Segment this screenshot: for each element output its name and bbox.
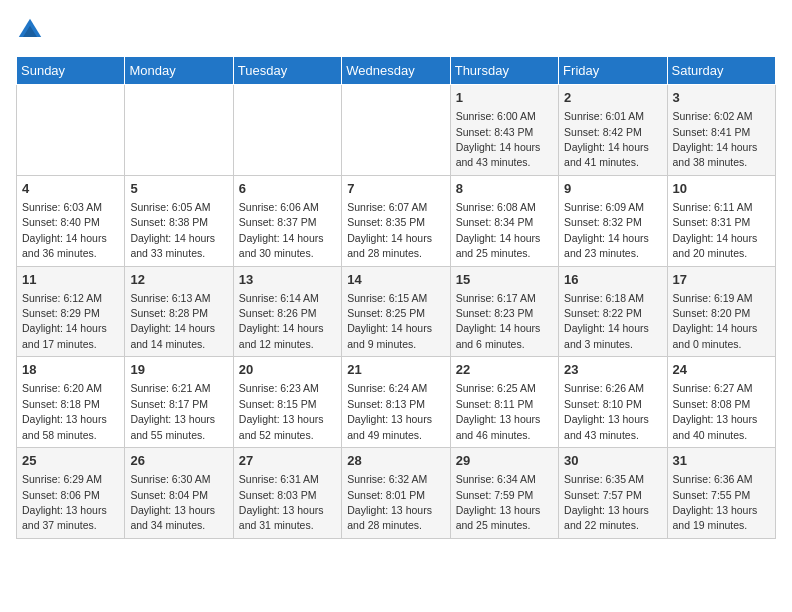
day-info: Sunrise: 6:24 AM Sunset: 8:13 PM Dayligh…: [347, 382, 432, 440]
calendar-cell: 1Sunrise: 6:00 AM Sunset: 8:43 PM Daylig…: [450, 85, 558, 176]
day-number: 14: [347, 271, 444, 289]
day-info: Sunrise: 6:19 AM Sunset: 8:20 PM Dayligh…: [673, 292, 758, 350]
day-info: Sunrise: 6:29 AM Sunset: 8:06 PM Dayligh…: [22, 473, 107, 531]
calendar-cell: 18Sunrise: 6:20 AM Sunset: 8:18 PM Dayli…: [17, 357, 125, 448]
calendar-cell: 26Sunrise: 6:30 AM Sunset: 8:04 PM Dayli…: [125, 448, 233, 539]
day-info: Sunrise: 6:36 AM Sunset: 7:55 PM Dayligh…: [673, 473, 758, 531]
calendar-cell: 31Sunrise: 6:36 AM Sunset: 7:55 PM Dayli…: [667, 448, 775, 539]
day-info: Sunrise: 6:09 AM Sunset: 8:32 PM Dayligh…: [564, 201, 649, 259]
calendar-cell: 11Sunrise: 6:12 AM Sunset: 8:29 PM Dayli…: [17, 266, 125, 357]
calendar-cell: 13Sunrise: 6:14 AM Sunset: 8:26 PM Dayli…: [233, 266, 341, 357]
day-number: 17: [673, 271, 770, 289]
dow-thursday: Thursday: [450, 57, 558, 85]
week-row-2: 4Sunrise: 6:03 AM Sunset: 8:40 PM Daylig…: [17, 175, 776, 266]
day-number: 30: [564, 452, 661, 470]
day-info: Sunrise: 6:05 AM Sunset: 8:38 PM Dayligh…: [130, 201, 215, 259]
dow-wednesday: Wednesday: [342, 57, 450, 85]
calendar-cell: 23Sunrise: 6:26 AM Sunset: 8:10 PM Dayli…: [559, 357, 667, 448]
day-info: Sunrise: 6:13 AM Sunset: 8:28 PM Dayligh…: [130, 292, 215, 350]
calendar-cell: 21Sunrise: 6:24 AM Sunset: 8:13 PM Dayli…: [342, 357, 450, 448]
calendar-cell: 29Sunrise: 6:34 AM Sunset: 7:59 PM Dayli…: [450, 448, 558, 539]
day-info: Sunrise: 6:08 AM Sunset: 8:34 PM Dayligh…: [456, 201, 541, 259]
calendar-cell: 8Sunrise: 6:08 AM Sunset: 8:34 PM Daylig…: [450, 175, 558, 266]
calendar-cell: [125, 85, 233, 176]
day-number: 4: [22, 180, 119, 198]
calendar-cell: 7Sunrise: 6:07 AM Sunset: 8:35 PM Daylig…: [342, 175, 450, 266]
calendar-cell: 15Sunrise: 6:17 AM Sunset: 8:23 PM Dayli…: [450, 266, 558, 357]
day-info: Sunrise: 6:14 AM Sunset: 8:26 PM Dayligh…: [239, 292, 324, 350]
day-info: Sunrise: 6:25 AM Sunset: 8:11 PM Dayligh…: [456, 382, 541, 440]
dow-friday: Friday: [559, 57, 667, 85]
day-number: 19: [130, 361, 227, 379]
day-info: Sunrise: 6:30 AM Sunset: 8:04 PM Dayligh…: [130, 473, 215, 531]
day-number: 11: [22, 271, 119, 289]
calendar-cell: 4Sunrise: 6:03 AM Sunset: 8:40 PM Daylig…: [17, 175, 125, 266]
calendar-cell: 9Sunrise: 6:09 AM Sunset: 8:32 PM Daylig…: [559, 175, 667, 266]
calendar-cell: 5Sunrise: 6:05 AM Sunset: 8:38 PM Daylig…: [125, 175, 233, 266]
day-number: 21: [347, 361, 444, 379]
dow-sunday: Sunday: [17, 57, 125, 85]
week-row-3: 11Sunrise: 6:12 AM Sunset: 8:29 PM Dayli…: [17, 266, 776, 357]
day-number: 8: [456, 180, 553, 198]
day-number: 10: [673, 180, 770, 198]
calendar-cell: 3Sunrise: 6:02 AM Sunset: 8:41 PM Daylig…: [667, 85, 775, 176]
day-number: 22: [456, 361, 553, 379]
calendar-cell: [17, 85, 125, 176]
day-number: 12: [130, 271, 227, 289]
day-info: Sunrise: 6:35 AM Sunset: 7:57 PM Dayligh…: [564, 473, 649, 531]
dow-saturday: Saturday: [667, 57, 775, 85]
calendar-body: 1Sunrise: 6:00 AM Sunset: 8:43 PM Daylig…: [17, 85, 776, 539]
calendar-cell: 6Sunrise: 6:06 AM Sunset: 8:37 PM Daylig…: [233, 175, 341, 266]
day-number: 24: [673, 361, 770, 379]
day-info: Sunrise: 6:20 AM Sunset: 8:18 PM Dayligh…: [22, 382, 107, 440]
dow-monday: Monday: [125, 57, 233, 85]
day-info: Sunrise: 6:31 AM Sunset: 8:03 PM Dayligh…: [239, 473, 324, 531]
calendar-cell: 10Sunrise: 6:11 AM Sunset: 8:31 PM Dayli…: [667, 175, 775, 266]
page-header: [16, 16, 776, 44]
calendar-cell: 28Sunrise: 6:32 AM Sunset: 8:01 PM Dayli…: [342, 448, 450, 539]
day-number: 5: [130, 180, 227, 198]
calendar-cell: 19Sunrise: 6:21 AM Sunset: 8:17 PM Dayli…: [125, 357, 233, 448]
calendar-cell: 27Sunrise: 6:31 AM Sunset: 8:03 PM Dayli…: [233, 448, 341, 539]
dow-tuesday: Tuesday: [233, 57, 341, 85]
logo: [16, 16, 48, 44]
day-number: 25: [22, 452, 119, 470]
day-number: 23: [564, 361, 661, 379]
week-row-1: 1Sunrise: 6:00 AM Sunset: 8:43 PM Daylig…: [17, 85, 776, 176]
calendar-cell: 24Sunrise: 6:27 AM Sunset: 8:08 PM Dayli…: [667, 357, 775, 448]
day-number: 1: [456, 89, 553, 107]
day-info: Sunrise: 6:34 AM Sunset: 7:59 PM Dayligh…: [456, 473, 541, 531]
calendar-cell: [342, 85, 450, 176]
day-number: 31: [673, 452, 770, 470]
calendar-cell: [233, 85, 341, 176]
day-info: Sunrise: 6:12 AM Sunset: 8:29 PM Dayligh…: [22, 292, 107, 350]
day-info: Sunrise: 6:07 AM Sunset: 8:35 PM Dayligh…: [347, 201, 432, 259]
day-info: Sunrise: 6:23 AM Sunset: 8:15 PM Dayligh…: [239, 382, 324, 440]
day-number: 28: [347, 452, 444, 470]
day-info: Sunrise: 6:02 AM Sunset: 8:41 PM Dayligh…: [673, 110, 758, 168]
day-number: 2: [564, 89, 661, 107]
day-number: 16: [564, 271, 661, 289]
day-number: 26: [130, 452, 227, 470]
week-row-5: 25Sunrise: 6:29 AM Sunset: 8:06 PM Dayli…: [17, 448, 776, 539]
day-info: Sunrise: 6:18 AM Sunset: 8:22 PM Dayligh…: [564, 292, 649, 350]
week-row-4: 18Sunrise: 6:20 AM Sunset: 8:18 PM Dayli…: [17, 357, 776, 448]
day-number: 27: [239, 452, 336, 470]
day-info: Sunrise: 6:21 AM Sunset: 8:17 PM Dayligh…: [130, 382, 215, 440]
calendar-cell: 17Sunrise: 6:19 AM Sunset: 8:20 PM Dayli…: [667, 266, 775, 357]
day-number: 29: [456, 452, 553, 470]
day-number: 20: [239, 361, 336, 379]
day-info: Sunrise: 6:15 AM Sunset: 8:25 PM Dayligh…: [347, 292, 432, 350]
day-number: 15: [456, 271, 553, 289]
day-number: 9: [564, 180, 661, 198]
day-info: Sunrise: 6:32 AM Sunset: 8:01 PM Dayligh…: [347, 473, 432, 531]
day-number: 3: [673, 89, 770, 107]
day-of-week-row: SundayMondayTuesdayWednesdayThursdayFrid…: [17, 57, 776, 85]
calendar-cell: 12Sunrise: 6:13 AM Sunset: 8:28 PM Dayli…: [125, 266, 233, 357]
day-info: Sunrise: 6:06 AM Sunset: 8:37 PM Dayligh…: [239, 201, 324, 259]
calendar-cell: 14Sunrise: 6:15 AM Sunset: 8:25 PM Dayli…: [342, 266, 450, 357]
logo-icon: [16, 16, 44, 44]
day-info: Sunrise: 6:03 AM Sunset: 8:40 PM Dayligh…: [22, 201, 107, 259]
calendar-table: SundayMondayTuesdayWednesdayThursdayFrid…: [16, 56, 776, 539]
calendar-cell: 22Sunrise: 6:25 AM Sunset: 8:11 PM Dayli…: [450, 357, 558, 448]
